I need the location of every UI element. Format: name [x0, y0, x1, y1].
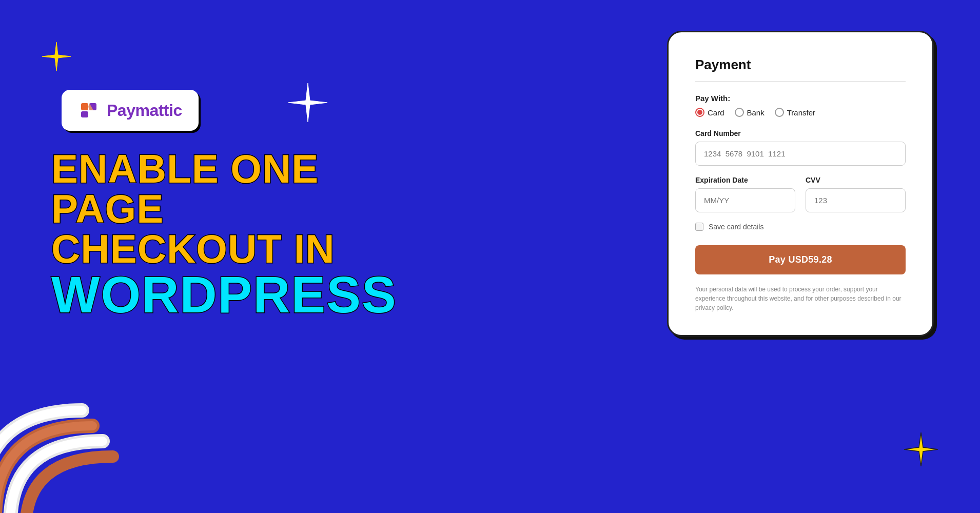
- radio-transfer-label: Transfer: [787, 108, 815, 117]
- card-number-label: Card Number: [695, 129, 906, 137]
- privacy-text: Your personal data will be used to proce…: [695, 285, 906, 312]
- payment-title: Payment: [695, 57, 906, 73]
- radio-card[interactable]: Card: [695, 108, 724, 117]
- radio-transfer-circle[interactable]: [775, 108, 784, 117]
- cvv-group: CVV: [806, 176, 906, 212]
- sparkle-star-bottom-right: [903, 431, 939, 472]
- save-card-checkbox[interactable]: [695, 223, 703, 231]
- svg-rect-2: [81, 111, 88, 117]
- cvv-input[interactable]: [806, 188, 906, 212]
- expiry-input[interactable]: [695, 188, 795, 212]
- radio-bank-circle[interactable]: [735, 108, 744, 117]
- rainbow-decoration: [0, 369, 133, 513]
- pay-button[interactable]: Pay USD59.28: [695, 245, 906, 274]
- sparkle-star-top-left: [41, 41, 72, 76]
- title-divider: [695, 81, 906, 82]
- radio-card-label: Card: [708, 108, 724, 117]
- paymattic-logo-icon: [78, 99, 101, 122]
- logo-box: Paymattic: [62, 90, 199, 131]
- radio-transfer[interactable]: Transfer: [775, 108, 815, 117]
- expiry-cvv-row: Expiration Date CVV: [695, 176, 906, 212]
- save-card-label: Save card details: [709, 223, 763, 231]
- cvv-label: CVV: [806, 176, 906, 184]
- logo-text: Paymattic: [107, 101, 182, 120]
- card-number-input[interactable]: [695, 142, 906, 166]
- headline-block: ENABLE ONE PAGE CHECKOUT IN WORDPRESS: [51, 149, 369, 320]
- save-card-row: Save card details: [695, 223, 906, 231]
- radio-bank[interactable]: Bank: [735, 108, 765, 117]
- sparkle-star-middle: [287, 82, 328, 129]
- headline-line2: CHECKOUT IN: [51, 229, 369, 269]
- svg-rect-1: [81, 103, 88, 110]
- radio-card-circle[interactable]: [695, 108, 704, 117]
- radio-bank-label: Bank: [747, 108, 765, 117]
- pay-with-label: Pay With:: [695, 94, 906, 103]
- headline-line3: WORDPRESS: [51, 269, 369, 320]
- payment-card: Payment Pay With: Card Bank Transfer Car…: [667, 31, 934, 337]
- payment-method-group: Card Bank Transfer: [695, 108, 906, 117]
- expiry-group: Expiration Date: [695, 176, 795, 212]
- headline-line1: ENABLE ONE PAGE: [51, 149, 369, 229]
- expiry-label: Expiration Date: [695, 176, 795, 184]
